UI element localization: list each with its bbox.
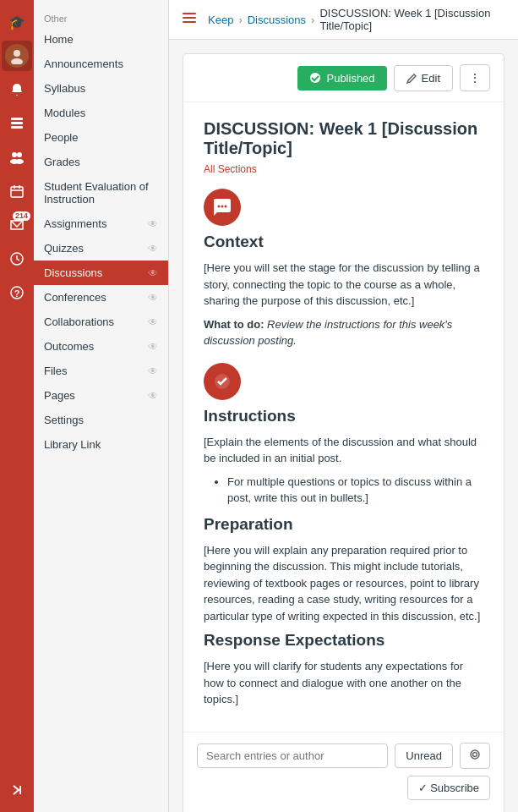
- sidebar-item-collaborations[interactable]: Collaborations 👁: [34, 310, 168, 334]
- context-icon: [204, 189, 241, 226]
- visibility-icon: 👁: [148, 316, 158, 328]
- published-button[interactable]: Published: [297, 66, 386, 91]
- main-content: Keep › Discussions › DISCUSSION: Week 1 …: [169, 0, 518, 812]
- sidebar-item-outcomes[interactable]: Outcomes 👁: [34, 334, 168, 359]
- subscribe-button[interactable]: ✓ Subscribe: [407, 776, 490, 800]
- visibility-icon: 👁: [148, 243, 158, 255]
- svg-point-23: [225, 206, 227, 208]
- history-icon[interactable]: [2, 244, 32, 274]
- unread-button[interactable]: Unread: [395, 743, 453, 768]
- sidebar-item-library-link[interactable]: Library Link: [34, 432, 168, 457]
- breadcrumb-sep1: ›: [238, 14, 242, 26]
- sidebar-item-label: People: [44, 131, 78, 144]
- breadcrumb-sep2: ›: [311, 14, 314, 26]
- instructions-bullets: For multiple questions or topics to disc…: [227, 474, 483, 507]
- instructions-icon: [204, 363, 241, 400]
- sidebar-item-settings[interactable]: Settings: [34, 408, 168, 432]
- published-label: Published: [326, 72, 374, 85]
- sidebar-item-discussions[interactable]: Discussions 👁: [34, 261, 168, 285]
- sidebar-item-modules[interactable]: Modules: [34, 101, 168, 125]
- course-icon[interactable]: [2, 108, 32, 139]
- instructions-heading: Instructions: [204, 407, 483, 425]
- sidebar-item-label: Files: [44, 365, 67, 377]
- context-heading: Context: [204, 233, 483, 251]
- visibility-icon: 👁: [148, 267, 158, 279]
- inbox-badge: 214: [13, 211, 30, 221]
- sidebar-item-label: Assignments: [44, 217, 106, 230]
- visibility-icon: 👁: [148, 218, 158, 230]
- sidebar-item-quizzes[interactable]: Quizzes 👁: [34, 236, 168, 261]
- edit-button[interactable]: Edit: [394, 65, 453, 91]
- all-sections-link[interactable]: All Sections: [204, 163, 257, 175]
- svg-point-5: [12, 152, 17, 157]
- svg-point-1: [11, 58, 23, 64]
- svg-rect-9: [11, 187, 23, 197]
- breadcrumb-current: DISCUSSION: Week 1 [Discussion Title/Top…: [319, 7, 504, 32]
- visibility-icon: 👁: [148, 341, 158, 353]
- collapse-icon[interactable]: [2, 775, 32, 805]
- sidebar-item-label: Student Evaluation of Instruction: [44, 180, 158, 206]
- replies-toolbar: Unread ✓ Subscribe: [183, 732, 504, 810]
- filter-icon-button[interactable]: [460, 743, 490, 769]
- more-options-button[interactable]: ⋮: [460, 64, 490, 91]
- bullet-item: For multiple questions or topics to disc…: [227, 474, 483, 507]
- sidebar-item-assignments[interactable]: Assignments 👁: [34, 211, 168, 236]
- preparation-heading: Preparation: [204, 515, 483, 534]
- svg-rect-4: [11, 126, 23, 129]
- discussion-body: DISCUSSION: Week 1 [Discussion Title/Top…: [183, 102, 504, 732]
- sidebar-item-label: Announcements: [44, 58, 123, 70]
- svg-rect-17: [183, 13, 196, 14]
- what-to-do-label: What to do:: [204, 318, 264, 331]
- sidebar-item-files[interactable]: Files 👁: [34, 359, 168, 383]
- context-body: [Here you will set the stage for the dis…: [204, 260, 483, 310]
- sidebar-item-student-eval[interactable]: Student Evaluation of Instruction: [34, 174, 168, 211]
- left-rail: 🎓 214 ?: [0, 0, 34, 812]
- response-heading: Response Expectations: [204, 631, 483, 650]
- sidebar-item-label: Settings: [44, 414, 84, 426]
- svg-rect-3: [11, 122, 23, 124]
- instructions-body: [Explain the elements of the discussion …: [204, 434, 483, 467]
- visibility-icon: 👁: [148, 292, 158, 304]
- svg-rect-2: [11, 118, 23, 120]
- calendar-icon[interactable]: [2, 176, 32, 206]
- sidebar-item-label: Pages: [44, 389, 75, 402]
- svg-point-6: [17, 152, 22, 157]
- notification-icon[interactable]: [2, 74, 32, 105]
- more-icon: ⋮: [469, 71, 481, 85]
- hamburger-icon[interactable]: [183, 11, 196, 28]
- svg-point-22: [221, 206, 224, 208]
- response-body: [Here you will clarify for students any …: [204, 658, 483, 708]
- sidebar-item-label: Library Link: [44, 438, 101, 451]
- discussion-toolbar: Published Edit ⋮: [183, 54, 504, 102]
- search-input[interactable]: [197, 743, 388, 768]
- sidebar-item-conferences[interactable]: Conferences 👁: [34, 285, 168, 310]
- sidebar: Other Home Announcements Syllabus Module…: [34, 0, 169, 812]
- sidebar-item-label: Collaborations: [44, 315, 114, 328]
- help-icon[interactable]: ?: [2, 277, 32, 308]
- sidebar-item-people[interactable]: People: [34, 125, 168, 150]
- profile-icon[interactable]: [2, 41, 32, 71]
- sidebar-item-label: Grades: [44, 156, 80, 168]
- sidebar-item-home[interactable]: Home: [34, 27, 168, 52]
- svg-point-21: [218, 206, 221, 208]
- content-area: Published Edit ⋮ DISCUSSION: Week 1 [Dis…: [169, 40, 518, 812]
- sidebar-item-pages[interactable]: Pages 👁: [34, 383, 168, 408]
- preparation-body: [Here you will explain any preparation r…: [204, 542, 483, 625]
- sidebar-item-label: Home: [44, 33, 74, 46]
- what-to-do-text: What to do: Review the instructions for …: [204, 316, 483, 349]
- sidebar-item-announcements[interactable]: Announcements: [34, 52, 168, 76]
- visibility-icon: 👁: [148, 365, 158, 377]
- breadcrumb-discussions[interactable]: Discussions: [248, 14, 306, 26]
- sidebar-item-grades[interactable]: Grades: [34, 150, 168, 174]
- sidebar-section-label: Other: [34, 7, 168, 27]
- discussion-card: Published Edit ⋮ DISCUSSION: Week 1 [Dis…: [183, 53, 504, 812]
- people-icon[interactable]: [2, 142, 32, 173]
- sidebar-item-label: Quizzes: [44, 242, 84, 255]
- svg-point-8: [15, 159, 24, 164]
- inbox-icon[interactable]: 214: [2, 210, 32, 240]
- svg-text:?: ?: [14, 288, 20, 299]
- graduation-cap-icon[interactable]: 🎓: [2, 7, 32, 37]
- breadcrumb-keep[interactable]: Keep: [208, 14, 233, 26]
- svg-rect-19: [183, 21, 196, 23]
- sidebar-item-syllabus[interactable]: Syllabus: [34, 76, 168, 101]
